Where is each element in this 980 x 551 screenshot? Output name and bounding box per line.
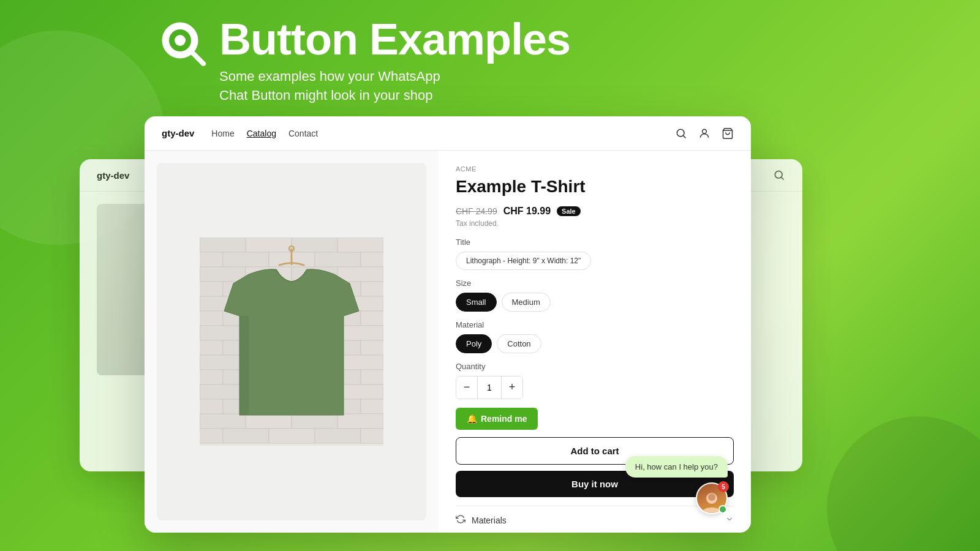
price-original: CHF 24.99	[456, 206, 497, 216]
svg-point-82	[708, 493, 715, 501]
svg-rect-68	[292, 414, 337, 429]
cart-icon	[722, 127, 734, 140]
svg-rect-24	[337, 267, 383, 282]
product-brand: ACME	[456, 165, 734, 173]
svg-rect-20	[361, 252, 383, 267]
bg-card-logo: gty-dev	[97, 170, 129, 181]
material-options: Poly Cotton	[456, 334, 734, 353]
sale-badge: Sale	[557, 206, 581, 216]
header-title: Button Examples	[219, 17, 570, 61]
size-medium-btn[interactable]: Medium	[502, 293, 551, 312]
quantity-decrease-btn[interactable]: −	[456, 377, 477, 399]
svg-rect-25	[200, 282, 223, 296]
nav-icons	[675, 127, 734, 140]
remind-me-button[interactable]: 🔔 Remind me	[456, 408, 538, 430]
svg-point-4	[775, 171, 782, 178]
title-label: Title	[456, 238, 734, 247]
bg-circle-right	[827, 416, 980, 551]
nav-link-catalog[interactable]: Catalog	[247, 129, 276, 138]
svg-rect-71	[223, 429, 269, 443]
recycle-icon	[456, 514, 466, 524]
svg-rect-29	[361, 282, 383, 296]
svg-rect-70	[200, 429, 223, 443]
header-section: Button Examples Some examples how your W…	[159, 17, 570, 105]
accordion-materials-chevron	[725, 515, 734, 525]
nav-link-contact[interactable]: Contact	[288, 129, 318, 138]
svg-rect-19	[315, 252, 361, 267]
user-button[interactable]	[698, 127, 710, 140]
svg-rect-43	[200, 340, 223, 355]
svg-rect-17	[223, 252, 269, 267]
size-small-btn[interactable]: Small	[456, 293, 497, 312]
nav-logo: gty-dev	[162, 128, 194, 138]
svg-rect-65	[361, 399, 383, 414]
header-text-block: Button Examples Some examples how your W…	[219, 17, 570, 105]
search-icon	[675, 127, 687, 140]
chat-badge: 5	[718, 481, 729, 492]
svg-line-2	[192, 53, 203, 64]
svg-rect-34	[200, 311, 223, 326]
svg-line-5	[782, 178, 784, 180]
svg-rect-67	[246, 414, 292, 429]
svg-rect-12	[200, 238, 246, 252]
svg-rect-69	[337, 414, 383, 429]
svg-rect-14	[292, 238, 337, 252]
svg-rect-42	[337, 326, 383, 340]
chat-avatar-container[interactable]: 5	[696, 482, 728, 514]
header-subtitle: Some examples how your WhatsApp Chat But…	[219, 67, 570, 105]
svg-rect-15	[337, 238, 383, 252]
svg-rect-66	[200, 414, 246, 429]
cart-button[interactable]	[722, 127, 734, 140]
search-icon-large	[159, 17, 208, 71]
chat-bubble: Hi, how can I help you?	[625, 456, 728, 478]
quantity-value: 1	[477, 377, 502, 399]
chat-avatar-green-dot	[718, 505, 727, 514]
nav-link-home[interactable]: Home	[211, 129, 234, 138]
title-option-btn[interactable]: Lithograph - Height: 9" x Width: 12"	[456, 252, 591, 270]
svg-rect-74	[361, 429, 383, 443]
svg-rect-60	[337, 384, 383, 399]
svg-rect-38	[361, 311, 383, 326]
price-sale: CHF 19.99	[503, 206, 551, 217]
material-poly-btn[interactable]: Poly	[456, 334, 492, 353]
nav-links: Home Catalog Contact	[211, 129, 675, 138]
chat-widget: Hi, how can I help you? 5	[625, 456, 728, 514]
tshirt-svg	[200, 238, 383, 446]
user-icon	[698, 127, 710, 140]
product-title: Example T-Shirt	[456, 176, 734, 197]
svg-rect-73	[315, 429, 361, 443]
svg-point-7	[677, 129, 684, 137]
svg-rect-13	[246, 238, 292, 252]
size-options: Small Medium	[456, 293, 734, 312]
size-label: Size	[456, 279, 734, 288]
accordion-materials-label: Materials	[472, 515, 507, 525]
quantity-row: − 1 +	[456, 376, 523, 399]
chevron-down-icon	[725, 515, 734, 523]
svg-rect-72	[269, 429, 315, 443]
svg-rect-51	[337, 355, 383, 370]
tax-note: Tax included.	[456, 219, 734, 228]
svg-point-3	[175, 35, 186, 46]
svg-rect-16	[200, 252, 223, 267]
main-card: gty-dev Home Catalog Contact	[145, 116, 751, 533]
svg-rect-21	[200, 267, 246, 282]
svg-rect-57	[200, 384, 246, 399]
product-image-area	[145, 151, 439, 533]
quantity-increase-btn[interactable]: +	[502, 377, 522, 399]
tshirt-image	[157, 163, 426, 520]
materials-icon	[456, 514, 466, 527]
search-button[interactable]	[675, 127, 687, 140]
material-label: Material	[456, 320, 734, 329]
svg-rect-56	[361, 370, 383, 384]
svg-rect-61	[200, 399, 223, 414]
svg-line-8	[684, 135, 686, 138]
material-cotton-btn[interactable]: Cotton	[497, 334, 541, 353]
svg-rect-39	[200, 326, 246, 340]
navbar: gty-dev Home Catalog Contact	[145, 116, 751, 151]
quantity-label: Quantity	[456, 362, 734, 371]
bg-search-icon	[773, 169, 785, 181]
svg-point-9	[703, 129, 707, 133]
bell-icon: 🔔	[467, 414, 477, 424]
title-options: Lithograph - Height: 9" x Width: 12"	[456, 252, 734, 270]
price-row: CHF 24.99 CHF 19.99 Sale	[456, 206, 734, 217]
